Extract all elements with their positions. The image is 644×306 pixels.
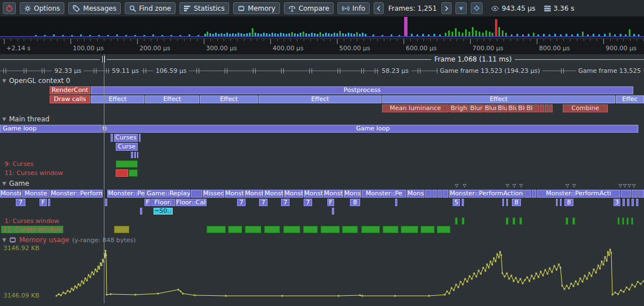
timeline-zone[interactable] [437,190,442,198]
section-header-main-thread[interactable]: ▼ Main thread [2,115,50,123]
timeline-zone[interactable]: 7 [281,199,290,206]
timeline-zone[interactable] [462,199,464,206]
timeline-zone[interactable] [631,217,633,225]
timeline-zone[interactable]: ti [102,125,107,133]
memory-button[interactable]: Memory [233,2,280,14]
timeline-zone[interactable] [395,199,397,206]
timeline-zone[interactable]: Monst [264,190,283,198]
next-frame-button[interactable] [441,2,452,14]
timeline-zone[interactable]: Missed [203,190,224,198]
timeline-zone[interactable] [131,152,133,158]
timeline-zone[interactable] [443,190,448,198]
timeline-zone[interactable] [342,226,358,233]
timeline-zone[interactable]: Mean luminance [382,104,449,112]
timeline-zone[interactable]: Blur [518,104,525,112]
timeline-zone[interactable] [506,199,508,206]
timeline-zone[interactable] [425,190,432,198]
timeline-zone[interactable] [636,199,638,206]
event-marker-icon[interactable]: ▽ [455,183,458,188]
timeline-zone[interactable]: ~50… [154,208,173,215]
zoom-to-frame-button[interactable] [455,2,467,14]
timeline-zone[interactable] [545,104,549,112]
section-header-game[interactable]: ▼ Game [2,180,29,187]
timeline-zone[interactable]: Monste [22,190,50,198]
timeline-zone[interactable] [137,152,138,158]
find-zone-button[interactable]: Find zone [125,2,176,14]
event-marker-icon[interactable]: ▽ [566,183,569,188]
event-marker-icon[interactable]: ▽ [632,183,636,188]
timeline-zone[interactable] [191,190,202,198]
timeline-zone[interactable]: Game::Replay [146,190,190,198]
timeline-zone[interactable] [114,226,129,233]
timeline-zone[interactable]: Draw calls [50,95,90,103]
timeline-zone[interactable]: Monst [244,190,264,198]
timeline-zone[interactable]: Floor::Calc [176,199,207,206]
timeline-zone[interactable]: Blur [508,104,517,112]
event-marker-icon[interactable]: ▽ [628,183,631,188]
event-marker-icon[interactable]: ▽ [512,183,516,188]
timeline-zone[interactable] [321,226,340,233]
timeline-zone[interactable] [617,217,620,225]
timeline-zone[interactable] [116,160,138,168]
timeline-zone[interactable]: F [144,199,151,206]
event-marker-icon[interactable]: ▽ [506,183,509,188]
timeline-zone[interactable] [533,104,539,112]
timeline-zone[interactable]: Mons [407,190,424,198]
timeline-zone[interactable] [245,226,261,233]
timeline-zone[interactable]: Monster::PerformAction [449,190,524,198]
timeline-zone[interactable] [401,226,418,233]
timeline-zone[interactable]: Monstr [304,190,323,198]
timeline-zone[interactable] [437,226,450,233]
timeline-zone[interactable] [111,134,113,142]
timeline-zone[interactable]: Mons [344,190,361,198]
timeline-zone[interactable] [566,217,568,225]
timeline-zone[interactable] [383,226,398,233]
timeline-zone[interactable] [116,169,128,177]
info-button[interactable]: Info [338,2,370,14]
timeline-zone[interactable] [549,104,553,112]
timeline-zone[interactable] [303,226,318,233]
timeline-zone[interactable]: Blur [469,104,484,112]
event-marker-icon[interactable]: ▽ [572,183,576,188]
timeline-zone[interactable]: 7 [237,199,246,206]
timeline-zone[interactable] [420,226,435,233]
timeline-zone[interactable]: Brigh [449,104,468,112]
timeline-zone[interactable] [512,217,515,225]
timeline-zone[interactable] [627,217,629,225]
timeline-zone[interactable]: 8 [350,199,360,206]
timeline-zone[interactable] [134,152,136,158]
timeline-zone[interactable] [638,190,644,198]
timeline-zone[interactable]: Effect [91,95,144,103]
compare-button[interactable]: Compare [284,2,334,14]
timeline-zone[interactable] [105,199,107,206]
timeline-zone[interactable]: Postprocess [91,86,633,94]
timeline-zone[interactable] [264,226,280,233]
timeline-zone[interactable]: 8 [512,199,521,206]
section-header-opengl-context[interactable]: ▼ OpenGL context 0 [2,77,70,85]
event-marker-icon[interactable]: ▽ [623,183,627,188]
timeline-zone[interactable]: Effect [145,95,199,103]
timeline-zone[interactable] [556,199,558,206]
messages-button[interactable]: Messages [68,2,121,14]
timeline-zone[interactable]: F [40,199,47,206]
section-header-memory[interactable]: ▼ Memory usage (y-range: 848 bytes) [2,236,136,244]
timeline-zone[interactable]: Combine [563,104,608,112]
timeline-zone[interactable]: Blur [484,104,497,112]
timeline-zone[interactable] [627,199,629,206]
timeline-zone[interactable] [622,217,624,225]
timeline-zone[interactable]: Effec [616,95,644,103]
center-view-button[interactable] [471,2,483,14]
timeline-zone[interactable]: Monst [225,190,244,198]
timeline-zone[interactable]: Floor: [151,199,175,206]
timeline-zone[interactable] [129,169,138,177]
prev-frame-button[interactable] [374,2,384,14]
options-button[interactable]: Options [20,2,64,14]
timeline-zone[interactable]: 8 [564,199,573,206]
timeline-zone[interactable]: Curse [116,143,138,151]
timeline-zone[interactable] [572,217,575,225]
timeline-zone[interactable] [623,199,625,206]
timeline-zone[interactable] [532,190,536,198]
timeline-zone[interactable]: Game loop [0,125,102,133]
timeline-zone[interactable]: Blur [526,104,533,112]
timeline-zone[interactable] [502,199,504,206]
